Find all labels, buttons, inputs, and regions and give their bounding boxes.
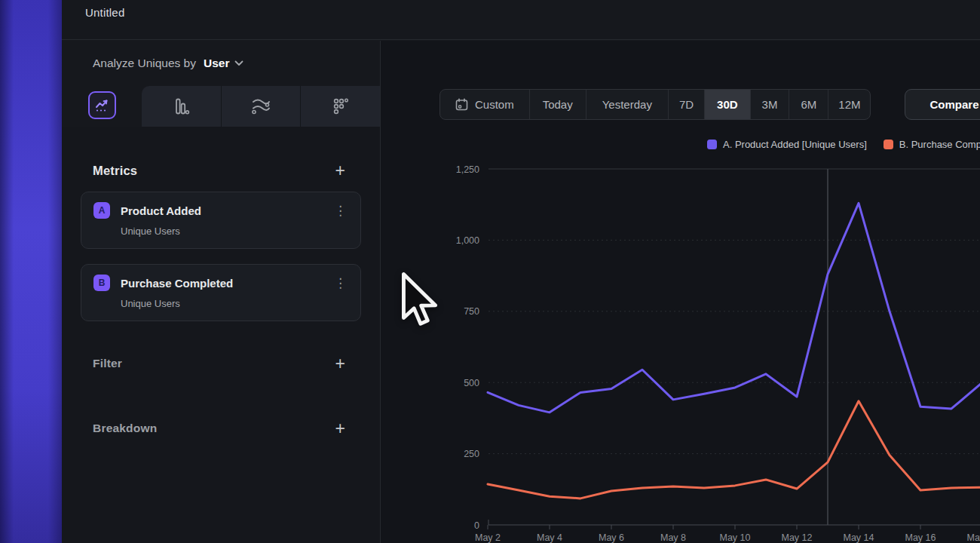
desktop-background-gradient xyxy=(0,0,62,543)
y-axis-label: 1,000 xyxy=(456,235,479,246)
metrics-section-header: Metrics + xyxy=(62,163,380,178)
metric-name: Purchase Completed xyxy=(121,277,332,290)
filter-section-header: Filter + xyxy=(62,356,380,371)
x-axis-label: May 14 xyxy=(844,532,874,543)
chart-type-tabbar xyxy=(62,86,380,127)
tab-line-chart[interactable] xyxy=(88,91,116,119)
metric-aggregation[interactable]: Unique Users xyxy=(121,225,348,237)
y-axis-label: 0 xyxy=(474,520,479,531)
breakdown-section-header: Breakdown + xyxy=(62,421,380,436)
x-axis-label: May 2 xyxy=(475,532,501,543)
filter-title: Filter xyxy=(93,357,122,370)
analyze-entity-value: User xyxy=(204,57,229,70)
series-line-b[interactable] xyxy=(488,401,980,499)
analyze-label: Analyze Uniques by xyxy=(93,57,196,70)
chevron-down-icon xyxy=(234,60,243,66)
metric-cards: A Product Added ⋮ Unique Users B Purchas… xyxy=(62,178,380,321)
chart-type-tabgroup xyxy=(142,86,380,127)
top-bar: Untitled xyxy=(62,0,980,40)
tab-flow-chart[interactable] xyxy=(221,86,301,127)
x-axis-label: May 6 xyxy=(599,532,624,543)
metric-card-b[interactable]: B Purchase Completed ⋮ Unique Users xyxy=(81,264,361,321)
x-axis-label: May 10 xyxy=(720,532,751,543)
metric-menu-icon[interactable]: ⋮ xyxy=(332,204,348,217)
tab-bar-chart[interactable] xyxy=(142,86,221,127)
metrics-title: Metrics xyxy=(93,164,137,178)
app-window: Untitled Analyze Uniques by User xyxy=(62,0,980,543)
add-breakdown-button[interactable]: + xyxy=(335,421,345,436)
x-axis-label: May 16 xyxy=(905,532,936,543)
y-axis-label: 500 xyxy=(464,378,479,388)
series-line-a[interactable] xyxy=(488,203,980,413)
report-title[interactable]: Untitled xyxy=(85,6,124,19)
y-axis-label: 750 xyxy=(464,306,479,317)
metric-menu-icon[interactable]: ⋮ xyxy=(332,277,348,290)
metric-badge-b: B xyxy=(93,275,110,291)
metric-card-a[interactable]: A Product Added ⋮ Unique Users xyxy=(81,192,361,249)
x-axis-label: May 8 xyxy=(660,532,686,543)
breakdown-title: Breakdown xyxy=(93,422,157,435)
metric-badge-a: A xyxy=(93,202,110,219)
y-axis-label: 250 xyxy=(464,449,479,459)
metric-name: Product Added xyxy=(121,204,332,217)
bar-chart-icon xyxy=(171,97,191,116)
y-axis-label: 1,250 xyxy=(456,164,479,175)
flow-icon xyxy=(250,97,271,116)
x-axis-label: May 4 xyxy=(537,532,562,543)
content: Analyze Uniques by User xyxy=(62,41,980,543)
line-chart[interactable]: 02505007501,0001,250May 2May 4May 6May 8… xyxy=(381,41,980,543)
mouse-cursor-icon xyxy=(401,272,439,329)
metric-aggregation[interactable]: Unique Users xyxy=(121,298,348,309)
line-chart-icon xyxy=(94,97,110,113)
x-axis-label: May 18 xyxy=(967,532,980,543)
chart-panel: CustomTodayYesterday7D30D3M6M12M Compare… xyxy=(381,41,980,543)
add-metric-button[interactable]: + xyxy=(335,163,345,178)
tab-scatter-cohort[interactable] xyxy=(300,86,380,127)
x-axis-label: May 12 xyxy=(782,532,813,543)
scatter-dots-icon xyxy=(331,97,351,116)
sidebar-body: Metrics + A Product Added ⋮ Unique Users xyxy=(62,127,380,543)
screen: Untitled Analyze Uniques by User xyxy=(0,0,980,543)
query-sidebar: Analyze Uniques by User xyxy=(62,41,381,543)
analyze-header: Analyze Uniques by User xyxy=(62,41,380,86)
analyze-entity-dropdown[interactable]: User xyxy=(204,57,243,70)
add-filter-button[interactable]: + xyxy=(335,356,345,371)
